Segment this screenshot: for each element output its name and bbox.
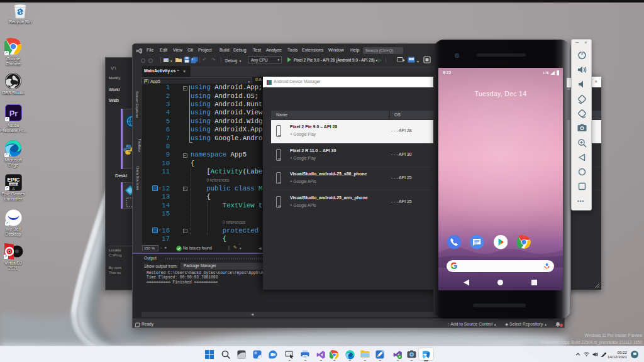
svg-text:Pr: Pr <box>9 109 18 118</box>
svg-text:△: △ <box>13 186 15 190</box>
svg-text:GAMES: GAMES <box>9 183 18 186</box>
svg-text:EPIC: EPIC <box>8 177 20 183</box>
